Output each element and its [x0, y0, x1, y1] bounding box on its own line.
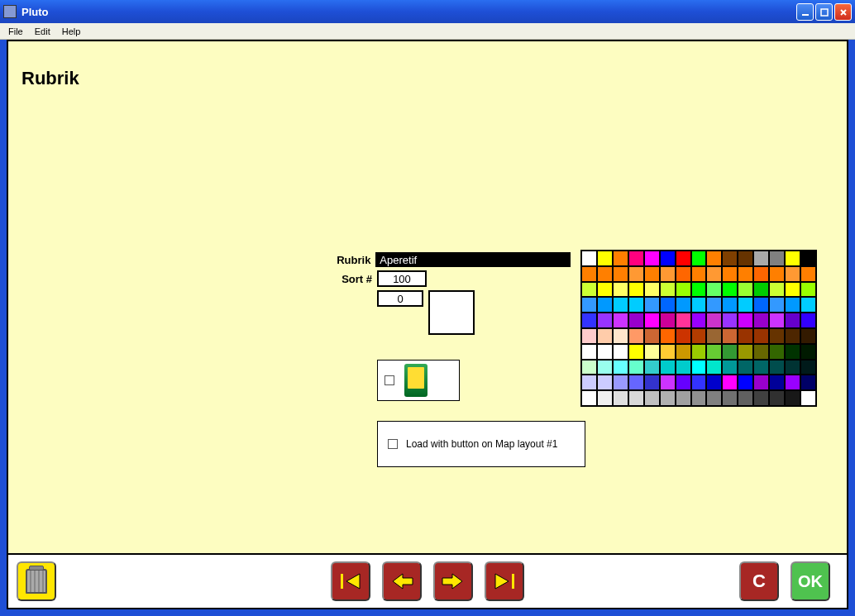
palette-swatch[interactable]: [581, 375, 597, 390]
palette-swatch[interactable]: [800, 390, 816, 406]
palette-swatch[interactable]: [644, 282, 660, 298]
palette-swatch[interactable]: [706, 390, 722, 406]
palette-swatch[interactable]: [628, 360, 644, 375]
load-checkbox[interactable]: [388, 439, 398, 449]
palette-swatch[interactable]: [738, 313, 753, 328]
palette-swatch[interactable]: [738, 390, 753, 406]
palette-swatch[interactable]: [753, 328, 769, 344]
palette-swatch[interactable]: [628, 344, 644, 360]
palette-swatch[interactable]: [613, 297, 628, 313]
palette-swatch[interactable]: [738, 328, 753, 344]
palette-swatch[interactable]: [581, 328, 597, 344]
palette-swatch[interactable]: [738, 375, 753, 390]
palette-swatch[interactable]: [691, 251, 707, 266]
palette-swatch[interactable]: [769, 390, 785, 406]
next-button[interactable]: [433, 561, 473, 601]
palette-swatch[interactable]: [785, 344, 800, 360]
palette-swatch[interactable]: [753, 251, 769, 266]
palette-swatch[interactable]: [769, 360, 785, 375]
maximize-button[interactable]: [815, 3, 833, 21]
palette-swatch[interactable]: [785, 266, 800, 282]
palette-swatch[interactable]: [769, 266, 785, 282]
palette-swatch[interactable]: [581, 360, 597, 375]
palette-swatch[interactable]: [785, 251, 800, 266]
palette-swatch[interactable]: [644, 344, 660, 360]
palette-swatch[interactable]: [613, 344, 628, 360]
palette-swatch[interactable]: [597, 313, 613, 328]
palette-swatch[interactable]: [800, 282, 816, 298]
palette-swatch[interactable]: [722, 266, 738, 282]
palette-swatch[interactable]: [769, 251, 785, 266]
menu-file[interactable]: File: [3, 25, 28, 38]
palette-swatch[interactable]: [738, 297, 753, 313]
palette-swatch[interactable]: [644, 266, 660, 282]
palette-swatch[interactable]: [722, 360, 738, 375]
palette-swatch[interactable]: [800, 313, 816, 328]
palette-swatch[interactable]: [722, 313, 738, 328]
palette-swatch[interactable]: [800, 375, 816, 390]
palette-swatch[interactable]: [691, 313, 707, 328]
palette-swatch[interactable]: [785, 297, 800, 313]
palette-swatch[interactable]: [785, 328, 800, 344]
palette-swatch[interactable]: [769, 282, 785, 298]
palette-swatch[interactable]: [691, 375, 707, 390]
palette-swatch[interactable]: [628, 375, 644, 390]
palette-swatch[interactable]: [706, 328, 722, 344]
palette-swatch[interactable]: [676, 297, 691, 313]
handheld-checkbox[interactable]: [385, 375, 394, 385]
palette-swatch[interactable]: [706, 297, 722, 313]
palette-swatch[interactable]: [706, 266, 722, 282]
menu-help[interactable]: Help: [57, 25, 86, 38]
prev-button[interactable]: [382, 561, 422, 601]
sort-input[interactable]: [377, 270, 427, 287]
palette-swatch[interactable]: [722, 375, 738, 390]
palette-swatch[interactable]: [738, 251, 753, 266]
palette-swatch[interactable]: [613, 390, 628, 406]
color-preview[interactable]: [428, 290, 475, 335]
palette-swatch[interactable]: [691, 282, 707, 298]
palette-swatch[interactable]: [676, 360, 691, 375]
palette-swatch[interactable]: [660, 344, 676, 360]
palette-swatch[interactable]: [613, 313, 628, 328]
palette-swatch[interactable]: [722, 390, 738, 406]
palette-swatch[interactable]: [738, 344, 753, 360]
palette-swatch[interactable]: [660, 297, 676, 313]
palette-swatch[interactable]: [769, 375, 785, 390]
palette-swatch[interactable]: [581, 344, 597, 360]
palette-swatch[interactable]: [753, 390, 769, 406]
palette-swatch[interactable]: [628, 266, 644, 282]
palette-swatch[interactable]: [644, 251, 660, 266]
menu-edit[interactable]: Edit: [30, 25, 55, 38]
palette-swatch[interactable]: [597, 297, 613, 313]
palette-swatch[interactable]: [785, 375, 800, 390]
palette-swatch[interactable]: [660, 390, 676, 406]
palette-swatch[interactable]: [581, 251, 597, 266]
palette-swatch[interactable]: [800, 297, 816, 313]
palette-swatch[interactable]: [706, 360, 722, 375]
palette-swatch[interactable]: [691, 266, 707, 282]
palette-swatch[interactable]: [691, 344, 707, 360]
palette-swatch[interactable]: [753, 313, 769, 328]
palette-swatch[interactable]: [691, 360, 707, 375]
palette-swatch[interactable]: [706, 251, 722, 266]
palette-swatch[interactable]: [722, 282, 738, 298]
close-button[interactable]: [834, 3, 852, 21]
palette-swatch[interactable]: [800, 328, 816, 344]
palette-swatch[interactable]: [581, 297, 597, 313]
palette-swatch[interactable]: [613, 328, 628, 344]
palette-swatch[interactable]: [660, 375, 676, 390]
palette-swatch[interactable]: [597, 251, 613, 266]
palette-swatch[interactable]: [706, 313, 722, 328]
palette-swatch[interactable]: [613, 266, 628, 282]
minimize-button[interactable]: [796, 3, 814, 21]
palette-swatch[interactable]: [800, 360, 816, 375]
palette-swatch[interactable]: [785, 282, 800, 298]
first-button[interactable]: [331, 561, 370, 601]
rubrik-input[interactable]: [375, 252, 571, 267]
palette-swatch[interactable]: [597, 390, 613, 406]
ok-button[interactable]: OK: [791, 561, 830, 601]
palette-swatch[interactable]: [738, 282, 753, 298]
palette-swatch[interactable]: [691, 297, 707, 313]
aux-input[interactable]: [377, 290, 423, 307]
palette-swatch[interactable]: [660, 251, 676, 266]
